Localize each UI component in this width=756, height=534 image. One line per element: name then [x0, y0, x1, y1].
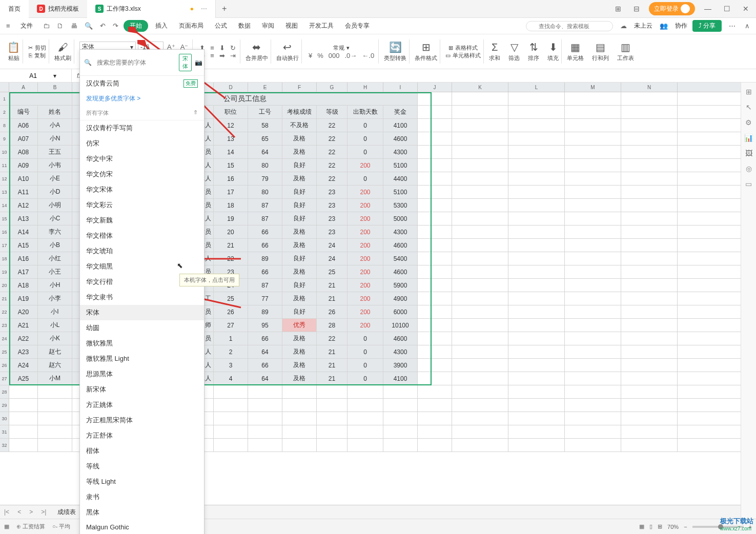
sp-more-icon[interactable]: ▭ — [745, 180, 752, 188]
more-fonts-link[interactable]: 发现更多优质字体 > — [80, 91, 204, 106]
indent-icon[interactable]: ⇥ — [229, 52, 237, 59]
name-box[interactable]: ▾ — [0, 69, 72, 82]
sb-calc[interactable]: ⊕ 工资结算 — [16, 523, 45, 530]
sb-view1-icon[interactable]: ▦ — [639, 523, 644, 530]
undo-icon[interactable]: ↶ — [98, 22, 108, 30]
tab-review[interactable]: 审阅 — [258, 20, 278, 31]
font-item[interactable]: 华文彩云 — [80, 197, 204, 213]
sb-view3-icon[interactable]: ⊞ — [658, 523, 662, 530]
sp-image-icon[interactable]: 🖼 — [745, 149, 752, 157]
sort-icon[interactable]: ⇅ — [529, 41, 538, 53]
minimize-button[interactable]: — — [701, 5, 714, 13]
type-convert-icon[interactable]: 🔄 — [389, 41, 402, 53]
name-box-input[interactable] — [15, 72, 51, 79]
tab-data[interactable]: 数据 — [234, 20, 255, 31]
scroll-top-icon[interactable]: ⇑ — [193, 109, 198, 117]
dec-dec-icon[interactable]: ←.0 — [360, 52, 376, 59]
align-center-icon[interactable]: ≡ — [209, 52, 216, 59]
font-item[interactable]: 华文琥珀 — [80, 243, 204, 259]
font-item[interactable]: 华文细黑 — [80, 259, 204, 274]
cut-icon[interactable]: ✂ — [28, 45, 33, 51]
cloud-icon[interactable]: ☁ — [618, 22, 629, 30]
save-icon[interactable]: 🗀 — [41, 22, 52, 30]
sum-icon[interactable]: Σ — [492, 42, 498, 53]
sb-grid-icon[interactable]: ▦ — [4, 523, 9, 530]
sheet-last-icon[interactable]: >| — [37, 508, 50, 516]
font-search-input[interactable] — [95, 58, 176, 67]
collapse-icon[interactable]: ∧ — [743, 22, 752, 30]
font-item[interactable]: 仿宋 — [80, 136, 204, 151]
sp-location-icon[interactable]: ◎ — [746, 165, 752, 173]
sp-settings-icon[interactable]: ⚙ — [745, 118, 752, 127]
font-item[interactable]: 隶书 — [80, 489, 204, 505]
login-button[interactable]: 立即登录 — [649, 2, 695, 15]
fill-icon[interactable]: ⬇ — [549, 41, 558, 53]
file-menu[interactable]: 文件 — [15, 20, 38, 31]
font-item[interactable]: 华文仿宋 — [80, 167, 204, 182]
font-item[interactable]: 微软雅黑 Light — [80, 351, 204, 366]
paste-icon[interactable]: 📋 — [7, 41, 20, 53]
font-item[interactable]: Malgun Gothic — [80, 520, 204, 534]
preview-icon[interactable]: 🖶 — [69, 22, 79, 30]
home-tab[interactable]: 首页 — [0, 0, 29, 18]
font-item[interactable]: 汉仪青柠手写简 — [80, 120, 204, 136]
layout-icon[interactable]: ⊞ — [612, 5, 624, 13]
font-item[interactable]: 幼圆 — [80, 320, 204, 336]
font-dropdown[interactable]: 🔍 宋体 📷 汉仪青云简免费 发现更多优质字体 > 所有字体⇑ 汉仪青柠手写简仿… — [79, 49, 205, 534]
font-item[interactable]: 宋体 — [80, 305, 204, 320]
redo-icon[interactable]: ↷ — [111, 22, 120, 30]
close-tab-icon[interactable]: ⋯ — [201, 5, 207, 12]
cell-icon[interactable]: ▦ — [570, 41, 580, 53]
command-search-input[interactable] — [526, 21, 613, 31]
font-tag[interactable]: 宋体 — [179, 54, 192, 71]
font-item[interactable]: 华文新魏 — [80, 213, 204, 228]
align-mid-icon[interactable]: ≡ — [209, 44, 216, 52]
zoom-out-icon[interactable]: − — [684, 524, 687, 530]
sb-avg[interactable]: ○- 平均 — [52, 523, 70, 530]
number-format-select[interactable]: 常规 — [333, 44, 344, 52]
font-item[interactable]: 黑体 — [80, 505, 204, 520]
font-item[interactable]: 华文中宋 — [80, 151, 204, 167]
font-item[interactable]: 华文宋体 — [80, 182, 204, 197]
align-bot-icon[interactable]: ⬇ — [218, 44, 227, 52]
sheet-first-icon[interactable]: |< — [0, 508, 13, 516]
template-tab[interactable]: D找稻壳模板 — [29, 0, 87, 18]
font-item[interactable]: 等线 Light — [80, 474, 204, 489]
font-item[interactable]: 方正姚体 — [80, 397, 204, 413]
table-style-icon[interactable]: ⊞ — [448, 45, 453, 51]
rowcol-icon[interactable]: ▤ — [596, 41, 605, 53]
format-painter-icon[interactable]: 🖌 — [58, 42, 68, 53]
sheet-next-icon[interactable]: > — [25, 508, 37, 516]
percent-icon[interactable]: % — [316, 52, 325, 59]
sb-view2-icon[interactable]: ▯ — [649, 523, 652, 530]
font-item[interactable]: 新宋体 — [80, 382, 204, 397]
apps-icon[interactable]: ⊟ — [630, 5, 643, 13]
merge-icon[interactable]: ⬌ — [252, 41, 261, 53]
font-item[interactable]: 方正舒体 — [80, 428, 204, 443]
tab-layout[interactable]: 页面布局 — [175, 20, 208, 31]
tab-start[interactable]: 开始 — [124, 20, 148, 32]
comma-icon[interactable]: 000 — [327, 52, 341, 59]
sheet-prev-icon[interactable]: < — [13, 508, 25, 516]
sheet-icon[interactable]: ▥ — [621, 41, 630, 53]
align-right-icon[interactable]: ➡ — [218, 52, 227, 59]
share-button[interactable]: ⤴ 分享 — [692, 20, 722, 32]
font-item[interactable]: 思源黑体 — [80, 366, 204, 382]
font-item[interactable]: 微软雅黑 — [80, 336, 204, 351]
wrap-icon[interactable]: ↩ — [283, 41, 292, 53]
add-tab-button[interactable]: + — [216, 4, 233, 13]
font-item[interactable]: 方正粗黑宋简体 — [80, 413, 204, 428]
sp-format-icon[interactable]: ⊞ — [746, 88, 752, 96]
filter-icon[interactable]: ▽ — [510, 41, 518, 53]
font-item[interactable]: 楷体 — [80, 443, 204, 459]
font-recent-item[interactable]: 汉仪青云简免费 — [80, 76, 204, 91]
tab-formula[interactable]: 公式 — [211, 20, 231, 31]
font-item[interactable]: 等线 — [80, 459, 204, 474]
sheet-tab-1[interactable]: 成绩表 — [50, 506, 84, 519]
menu-icon[interactable]: ≡ — [4, 22, 12, 30]
search-icon[interactable]: 🔍 — [83, 22, 95, 30]
maximize-button[interactable]: ☐ — [721, 5, 733, 13]
orientation-icon[interactable]: ↻ — [229, 44, 237, 52]
zoom-value[interactable]: 70% — [667, 524, 679, 530]
dec-inc-icon[interactable]: .0→ — [343, 52, 358, 59]
